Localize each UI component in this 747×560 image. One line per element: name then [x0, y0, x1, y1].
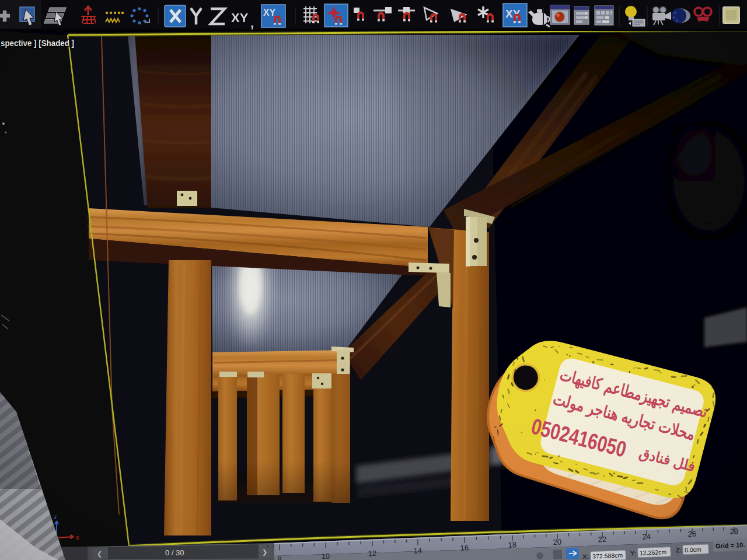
svg-text:XY: XY: [231, 10, 249, 25]
svg-text:XY: XY: [505, 8, 521, 20]
svg-text:24: 24: [642, 532, 651, 541]
svg-text:z: z: [54, 513, 57, 520]
svg-text:22: 22: [598, 535, 606, 544]
svg-text:Z:: Z:: [676, 547, 682, 554]
svg-text:14: 14: [413, 546, 422, 555]
svg-text:16: 16: [460, 543, 469, 552]
svg-text:26: 26: [687, 529, 696, 538]
svg-text:0.0cm: 0.0cm: [685, 546, 701, 554]
svg-text:❯: ❯: [262, 548, 267, 556]
svg-text:18: 18: [508, 540, 516, 550]
svg-text:10: 10: [321, 552, 330, 560]
svg-text:,: ,: [250, 16, 254, 30]
svg-text:12: 12: [368, 549, 376, 558]
svg-text:❮: ❮: [97, 550, 102, 558]
svg-text:28: 28: [729, 527, 738, 536]
svg-text:X:: X:: [582, 553, 589, 560]
svg-text:12.262cm: 12.262cm: [640, 548, 667, 556]
svg-text:XY: XY: [263, 8, 276, 18]
svg-text:spective ] [Shaded ]: spective ] [Shaded ]: [1, 38, 74, 48]
svg-text:20: 20: [553, 538, 561, 547]
svg-text:372.588cm: 372.588cm: [592, 552, 623, 560]
svg-text:Grid = 10.: Grid = 10.: [715, 541, 745, 550]
svg-text:x: x: [76, 534, 79, 541]
svg-text:8: 8: [277, 555, 282, 560]
svg-text:Y:: Y:: [630, 550, 637, 556]
svg-text:0 / 30: 0 / 30: [165, 548, 184, 557]
